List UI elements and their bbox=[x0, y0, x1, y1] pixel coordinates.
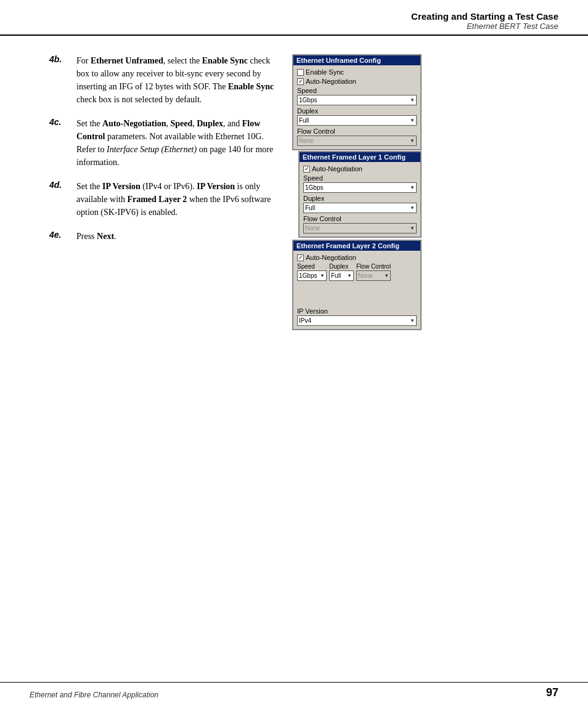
layer2-flow-arrow-icon: ▼ bbox=[384, 273, 389, 278]
duplex-arrow-icon: ▼ bbox=[410, 118, 415, 123]
layer1-flow-control-select[interactable]: None ▼ bbox=[303, 223, 417, 233]
layer2-settings-row: Speed 1Gbps ▼ Duplex Full ▼ bbox=[297, 263, 417, 281]
flow-control-field: Flow Control None ▼ bbox=[297, 128, 417, 146]
framed-layer2-titlebar: Ethernet Framed Layer 2 Config bbox=[293, 241, 420, 251]
layer1-auto-neg-label: Auto-Negotiation bbox=[312, 165, 362, 172]
duplex-select[interactable]: Full ▼ bbox=[297, 115, 417, 126]
layer2-duplex-header: Duplex bbox=[329, 263, 354, 270]
layer2-flow-header: Flow Control bbox=[356, 263, 391, 270]
layer1-auto-neg-row: Auto-Negotiation bbox=[303, 165, 417, 172]
duplex-label: Duplex bbox=[297, 107, 417, 115]
layer2-duplex-col: Duplex Full ▼ bbox=[329, 263, 354, 281]
layer1-speed-select[interactable]: 1Gbps ▼ bbox=[303, 182, 417, 193]
step-4e-text: Press Next. bbox=[76, 230, 116, 243]
layer1-speed-value: 1Gbps bbox=[305, 184, 323, 191]
step-4e-label: 4e. bbox=[49, 230, 71, 243]
layer1-flow-control-arrow-icon: ▼ bbox=[410, 225, 415, 231]
footer-page-number: 97 bbox=[546, 686, 558, 699]
framed-layer1-titlebar: Ethernet Framed Layer 1 Config bbox=[300, 152, 420, 162]
layer1-duplex-value: Full bbox=[305, 205, 315, 211]
page-footer: Ethernet and Fibre Channel Application 9… bbox=[0, 682, 588, 699]
ip-version-label: IP Version bbox=[297, 307, 417, 315]
ethernet-framed-layer2-window: Ethernet Framed Layer 2 Config Auto-Nego… bbox=[292, 240, 422, 330]
duplex-field: Duplex Full ▼ bbox=[297, 107, 417, 126]
flow-control-select[interactable]: None ▼ bbox=[297, 136, 417, 146]
framed-layer1-body: Auto-Negotiation Speed 1Gbps ▼ Duplex Fu… bbox=[300, 162, 420, 237]
layer1-duplex-arrow-icon: ▼ bbox=[410, 205, 415, 211]
page-header: Creating and Starting a Test Case Ethern… bbox=[0, 0, 588, 36]
step-4b-label: 4b. bbox=[49, 54, 71, 106]
step-4d-text: Set the IP Version (IPv4 or IPv6). IP Ve… bbox=[76, 180, 277, 219]
unframed-titlebar: Ethernet Unframed Config bbox=[293, 55, 420, 65]
framed-layer2-body: Auto-Negotiation Speed 1Gbps ▼ Duplex bbox=[293, 251, 420, 329]
auto-negotiation-label: Auto-Negotiation bbox=[306, 78, 356, 85]
layer2-speed-col: Speed 1Gbps ▼ bbox=[297, 263, 327, 281]
step-4d: 4d. Set the IP Version (IPv4 or IPv6). I… bbox=[49, 180, 277, 219]
content-area: 4b. For Ethernet Unframed, select the En… bbox=[0, 42, 588, 332]
layer2-speed-header: Speed bbox=[297, 263, 327, 270]
auto-negotiation-row: Auto-Negotiation bbox=[297, 78, 417, 85]
step-4c: 4c. Set the Auto-Negotiation, Speed, Dup… bbox=[49, 117, 277, 169]
ethernet-framed-layer1-window: Ethernet Framed Layer 1 Config Auto-Nego… bbox=[298, 151, 422, 238]
layer1-duplex-label: Duplex bbox=[303, 195, 417, 202]
enable-sync-checkbox[interactable] bbox=[297, 69, 304, 76]
sub-title: Ethernet BERT Test Case bbox=[30, 22, 558, 31]
layer2-duplex-value: Full bbox=[331, 272, 341, 279]
step-4c-text: Set the Auto-Negotiation, Speed, Duplex,… bbox=[76, 117, 277, 169]
image-column: Ethernet Unframed Config Enable Sync Aut… bbox=[292, 54, 422, 332]
main-title: Creating and Starting a Test Case bbox=[30, 11, 558, 22]
flow-control-value: None bbox=[299, 137, 314, 144]
speed-label: Speed bbox=[297, 87, 417, 94]
layer2-speed-arrow-icon: ▼ bbox=[320, 273, 325, 278]
flow-control-arrow-icon: ▼ bbox=[410, 138, 415, 144]
layer1-flow-control-label: Flow Control bbox=[303, 215, 417, 222]
footer-left-text: Ethernet and Fibre Channel Application bbox=[30, 691, 158, 699]
duplex-value: Full bbox=[299, 117, 309, 124]
layer1-flow-control-field: Flow Control None ▼ bbox=[303, 215, 417, 233]
text-column: 4b. For Ethernet Unframed, select the En… bbox=[49, 54, 277, 332]
layer2-auto-neg-label: Auto-Negotiation bbox=[306, 254, 356, 261]
layer2-flow-col: Flow Control None ▼ bbox=[356, 263, 391, 281]
speed-select[interactable]: 1Gbps ▼ bbox=[297, 95, 417, 105]
layer1-speed-arrow-icon: ▼ bbox=[410, 185, 415, 190]
step-4c-label: 4c. bbox=[49, 117, 71, 169]
speed-arrow-icon: ▼ bbox=[410, 97, 415, 103]
layer2-speed-value: 1Gbps bbox=[299, 272, 317, 279]
layer1-duplex-select[interactable]: Full ▼ bbox=[303, 203, 417, 213]
layer2-auto-neg-row: Auto-Negotiation bbox=[297, 254, 417, 261]
layer2-auto-neg-checkbox[interactable] bbox=[297, 254, 304, 261]
layer2-spacer bbox=[297, 283, 417, 307]
layer2-flow-value: None bbox=[358, 272, 373, 279]
ip-version-arrow-icon: ▼ bbox=[410, 318, 415, 323]
flow-control-label: Flow Control bbox=[297, 128, 417, 135]
layer1-auto-neg-checkbox[interactable] bbox=[303, 166, 310, 172]
layer2-duplex-select[interactable]: Full ▼ bbox=[329, 270, 354, 281]
step-4b-text: For Ethernet Unframed, select the Enable… bbox=[76, 54, 277, 106]
layer2-flow-select[interactable]: None ▼ bbox=[356, 270, 391, 281]
layer1-speed-field: Speed 1Gbps ▼ bbox=[303, 174, 417, 193]
layer1-speed-label: Speed bbox=[303, 174, 417, 182]
enable-sync-row: Enable Sync bbox=[297, 68, 417, 76]
step-4e: 4e. Press Next. bbox=[49, 230, 277, 243]
speed-field: Speed 1Gbps ▼ bbox=[297, 87, 417, 105]
enable-sync-label: Enable Sync bbox=[306, 68, 344, 76]
ip-version-field: IP Version IPv4 ▼ bbox=[297, 307, 417, 326]
ip-version-value: IPv4 bbox=[299, 317, 311, 324]
layer2-duplex-arrow-icon: ▼ bbox=[347, 273, 352, 278]
auto-negotiation-checkbox[interactable] bbox=[297, 78, 304, 85]
ip-version-select[interactable]: IPv4 ▼ bbox=[297, 315, 417, 326]
layer1-duplex-field: Duplex Full ▼ bbox=[303, 195, 417, 213]
unframed-body: Enable Sync Auto-Negotiation Speed 1Gbps… bbox=[293, 65, 420, 149]
layer2-speed-select[interactable]: 1Gbps ▼ bbox=[297, 270, 327, 281]
ethernet-unframed-window: Ethernet Unframed Config Enable Sync Aut… bbox=[292, 54, 422, 150]
speed-value: 1Gbps bbox=[299, 97, 317, 103]
step-4b: 4b. For Ethernet Unframed, select the En… bbox=[49, 54, 277, 106]
step-4d-label: 4d. bbox=[49, 180, 71, 219]
layer1-flow-control-value: None bbox=[305, 225, 320, 232]
